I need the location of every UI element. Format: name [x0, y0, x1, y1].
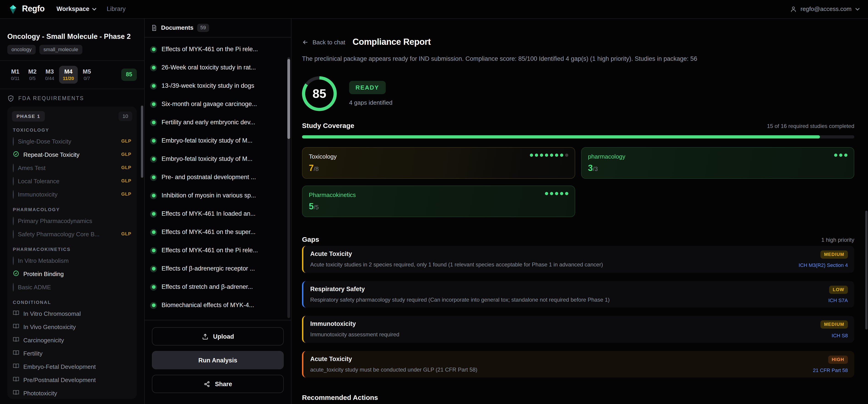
document-status-dot-icon	[150, 101, 157, 108]
requirement-name: Single-Dose Toxicity	[18, 138, 117, 145]
document-list-item[interactable]: Effects of MYK-461 on the Pi rele...	[150, 241, 285, 260]
module-tab[interactable]: M2 0/5	[25, 66, 40, 84]
glp-tag: GLP	[121, 192, 131, 197]
document-status-dot-icon	[150, 64, 157, 71]
gap-description: acute_toxicity study must be conducted u…	[310, 367, 776, 373]
requirement-name: In Vitro Metabolism	[18, 257, 131, 264]
fda-requirements-header: FDA REQUIREMENTS	[7, 95, 137, 102]
nav-library[interactable]: Library	[107, 5, 126, 13]
regulation-reference-link[interactable]: ICH S8	[832, 333, 848, 338]
requirements-section-label: CONDITIONAL	[13, 300, 131, 305]
status-badge: READY	[349, 81, 385, 94]
coverage-dots	[834, 154, 847, 157]
document-list-item[interactable]: Effects of MYK-461 on the Pi rele...	[150, 40, 285, 59]
requirement-item[interactable]: Immunotoxicity GLP	[12, 188, 132, 201]
requirement-name: Protein Binding	[23, 270, 131, 277]
requirement-item[interactable]: Local Tolerance GLP	[12, 175, 132, 188]
divider	[0, 89, 144, 89]
chevron-down-icon	[855, 8, 860, 10]
user-menu[interactable]: regfo@access.com	[789, 5, 860, 13]
requirement-item[interactable]: Fertility	[12, 347, 132, 360]
glp-tag: GLP	[121, 152, 131, 158]
coverage-card-name: Pharmacokinetics	[309, 192, 568, 199]
phase-row: PHASE 1 10	[12, 111, 132, 122]
requirement-item[interactable]: Embryo-Fetal Development	[12, 360, 132, 373]
requirement-item[interactable]: Repeat-Dose Toxicity GLP	[12, 148, 132, 161]
document-list-item[interactable]: Fertility and early embryonic dev...	[150, 113, 285, 132]
sidebar-scrollbar-thumb[interactable]	[141, 106, 143, 178]
document-list-item[interactable]: Biomechanical effects of MYK-4...	[150, 296, 285, 314]
document-title: Effects of MYK-461 In loaded an...	[161, 210, 255, 217]
requirement-item[interactable]: Basic ADME	[12, 280, 132, 294]
module-tab[interactable]: M4 11/20	[59, 66, 78, 84]
severity-badge: MEDIUM	[820, 250, 848, 259]
regulation-reference-link[interactable]: ICH S7A	[828, 298, 848, 303]
documents-count-badge: 59	[197, 24, 209, 32]
document-status-dot-icon	[150, 229, 157, 236]
regulation-reference-link[interactable]: 21 CFR Part 58	[813, 367, 848, 373]
module-label: M3	[45, 68, 54, 75]
documents-list: Effects of MYK-461 on the Pi rele... 26-…	[145, 37, 291, 320]
upload-button[interactable]: Upload	[152, 327, 284, 345]
document-list-item[interactable]: 26-Week oral toxicity study in rat...	[150, 59, 285, 77]
requirement-item[interactable]: In Vivo Genotoxicity	[12, 321, 132, 334]
document-list-item[interactable]: Effects of stretch and β-adrener...	[150, 278, 285, 296]
brand[interactable]: Regfo	[8, 4, 44, 14]
module-label: M5	[83, 68, 91, 75]
requirement-item[interactable]: Phototoxicity	[12, 386, 132, 399]
requirement-item[interactable]: Protein Binding	[12, 267, 132, 280]
report-main: Back to chat Compliance Report The precl…	[291, 19, 868, 404]
check-circle-icon	[13, 270, 19, 278]
document-status-dot-icon	[150, 46, 157, 53]
module-tab[interactable]: M3 0/44	[42, 66, 58, 84]
gap-description: Immunotoxicity assessment required	[310, 332, 776, 338]
document-list-item[interactable]: Embryo-fetal toxicity study of M...	[150, 150, 285, 168]
requirements-section-label: PHARMACOLOGY	[13, 207, 131, 212]
document-list-item[interactable]: Pre- and postnatal development ...	[150, 168, 285, 187]
document-list-item[interactable]: Effects of MYK-461 In loaded an...	[150, 205, 285, 223]
requirement-item[interactable]: Primary Pharmacodynamics	[12, 214, 132, 228]
requirements-section-label: PHARMACOKINETICS	[13, 247, 131, 252]
requirement-item[interactable]: Carcinogenicity	[12, 334, 132, 347]
gap-description: Acute toxicity studies in 2 species requ…	[310, 261, 776, 268]
circle-icon	[13, 177, 14, 186]
requirement-item[interactable]: Ames Test GLP	[12, 161, 132, 175]
document-status-dot-icon	[150, 156, 157, 163]
page-title: Compliance Report	[352, 37, 431, 47]
requirement-item[interactable]: Single-Dose Toxicity GLP	[12, 135, 132, 148]
document-list-item[interactable]: Effects of β-adrenergic receptor ...	[150, 260, 285, 278]
document-list-item[interactable]: Embryo-fetal toxicity study of M...	[150, 132, 285, 150]
document-title: Embryo-fetal toxicity study of M...	[161, 137, 253, 144]
book-icon	[13, 376, 19, 384]
requirement-name: In Vitro Chromosomal	[23, 310, 131, 317]
circle-icon	[13, 257, 14, 265]
module-tab[interactable]: M5 0/7	[79, 66, 95, 84]
book-icon	[13, 336, 19, 345]
requirement-item[interactable]: In Vitro Metabolism	[12, 254, 132, 267]
module-tab[interactable]: M1 0/11	[7, 66, 23, 84]
document-list-item[interactable]: Six-month oral gavage carcinoge...	[150, 95, 285, 113]
share-button[interactable]: Share	[152, 375, 284, 393]
nav-workspace[interactable]: Workspace	[57, 5, 97, 13]
document-title: Fertility and early embryonic dev...	[161, 119, 255, 126]
requirement-item[interactable]: In Vitro Chromosomal	[12, 307, 132, 321]
document-list-item[interactable]: 13-/39-week toxicity study in dogs	[150, 77, 285, 95]
document-title: Effects of MYK-461 on the Pi rele...	[161, 247, 258, 254]
regulation-reference-link[interactable]: ICH M3(R2) Section 4	[799, 263, 848, 269]
documents-scrollbar-thumb[interactable]	[287, 59, 290, 139]
document-list-item[interactable]: Effects of MYK-461 on the super...	[150, 223, 285, 241]
requirement-item[interactable]: Safety Pharmacology Core B... GLP	[12, 228, 132, 241]
top-nav: Workspace Library	[57, 5, 126, 13]
main-scrollbar-thumb[interactable]	[865, 211, 868, 330]
modules-row: M1 0/11 M2 0/5 M3 0/44 M4 11/20 M5 0/7 8…	[7, 66, 137, 84]
document-list-item[interactable]: Inhibition of myosin in various sp...	[150, 187, 285, 205]
divider	[0, 60, 144, 61]
requirement-item[interactable]: Pre/Postnatal Development	[12, 373, 132, 386]
book-icon	[13, 309, 19, 318]
gap-card: Acute Toxicity acute_toxicity study must…	[302, 351, 854, 377]
score-ring: 85	[302, 76, 337, 111]
back-to-chat-link[interactable]: Back to chat	[302, 39, 345, 46]
requirement-name: Safety Pharmacology Core B...	[18, 231, 117, 238]
document-title: 13-/39-week toxicity study in dogs	[161, 82, 254, 90]
run-analysis-button[interactable]: Run Analysis	[152, 351, 284, 369]
